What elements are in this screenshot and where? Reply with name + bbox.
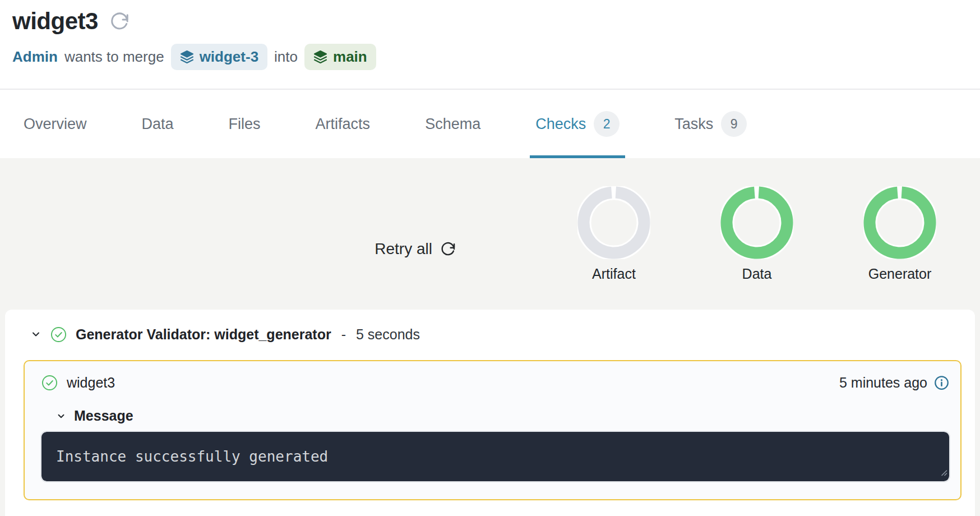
check-circle-icon <box>41 375 58 391</box>
source-branch-label: widget-3 <box>200 48 258 66</box>
gauge-generator[interactable]: Generator <box>863 186 936 282</box>
tab-overview[interactable]: Overview <box>21 90 89 158</box>
gauge-label: Artifact <box>592 266 636 282</box>
target-branch-badge[interactable]: main <box>304 44 376 70</box>
validator-separator: - <box>341 326 346 343</box>
page-title: widget3 <box>12 8 98 35</box>
chevron-down-icon[interactable] <box>56 411 66 421</box>
result-header: widget3 5 minutes ago <box>41 375 949 391</box>
message-text: Instance successfully generated <box>56 448 328 465</box>
donut-ring-success <box>720 186 793 259</box>
tab-label: Overview <box>24 116 87 133</box>
tab-bar: Overview Data Files Artifacts Schema Che… <box>0 90 980 158</box>
refresh-icon[interactable] <box>109 11 130 31</box>
retry-all-label: Retry all <box>375 240 432 258</box>
retry-all-button[interactable]: Retry all <box>375 240 456 258</box>
validator-title: Generator Validator: widget_generator <box>76 326 331 343</box>
author-link[interactable]: Admin <box>12 48 58 66</box>
page-header: widget3 Admin wants to merge widget-3 in… <box>0 0 980 90</box>
info-icon[interactable] <box>934 375 949 390</box>
check-result-card: widget3 5 minutes ago <box>24 360 961 500</box>
message-label: Message <box>74 408 133 424</box>
source-branch-badge[interactable]: widget-3 <box>171 44 267 70</box>
tab-checks[interactable]: Checks 2 <box>533 90 622 158</box>
checks-summary-band: Retry all Artifact Data Generator <box>0 158 980 310</box>
tab-artifacts[interactable]: Artifacts <box>313 90 373 158</box>
target-branch-label: main <box>333 48 367 66</box>
tab-tasks-badge: 9 <box>721 111 747 137</box>
checks-panel: Generator Validator: widget_generator - … <box>5 310 975 516</box>
tab-data[interactable]: Data <box>140 90 176 158</box>
tab-label: Checks <box>535 116 586 133</box>
panel-wrap: Generator Validator: widget_generator - … <box>0 310 980 516</box>
merge-into-text: into <box>274 48 298 66</box>
check-circle-icon <box>50 326 67 343</box>
tab-label: Data <box>142 116 174 133</box>
donut-ring-pending <box>577 186 650 259</box>
tab-files[interactable]: Files <box>226 90 263 158</box>
gauge-data[interactable]: Data <box>720 186 793 282</box>
message-toggle-row[interactable]: Message <box>41 408 949 424</box>
tab-label: Tasks <box>674 116 713 133</box>
gauge-label: Data <box>742 266 772 282</box>
gauge-label: Generator <box>868 266 932 282</box>
retry-icon <box>440 241 456 257</box>
tab-label: Artifacts <box>316 116 371 133</box>
result-name: widget3 <box>67 375 115 391</box>
donut-ring-success <box>863 186 936 259</box>
tab-schema[interactable]: Schema <box>423 90 483 158</box>
validator-duration: 5 seconds <box>356 326 420 343</box>
layers-icon <box>313 50 327 64</box>
gauge-artifact[interactable]: Artifact <box>577 186 650 282</box>
result-timestamp: 5 minutes ago <box>839 375 927 391</box>
layers-icon <box>180 50 194 64</box>
validator-row[interactable]: Generator Validator: widget_generator - … <box>24 322 961 347</box>
resize-grip-icon[interactable] <box>939 463 947 480</box>
tab-tasks[interactable]: Tasks 9 <box>672 90 749 158</box>
tab-label: Schema <box>425 116 480 133</box>
message-textarea[interactable]: Instance successfully generated <box>41 432 949 481</box>
tab-checks-badge: 2 <box>594 111 620 137</box>
merge-summary: Admin wants to merge widget-3 into main <box>12 44 980 70</box>
tab-label: Files <box>229 116 261 133</box>
merge-action-text: wants to merge <box>64 48 164 66</box>
chevron-down-icon[interactable] <box>30 329 41 340</box>
